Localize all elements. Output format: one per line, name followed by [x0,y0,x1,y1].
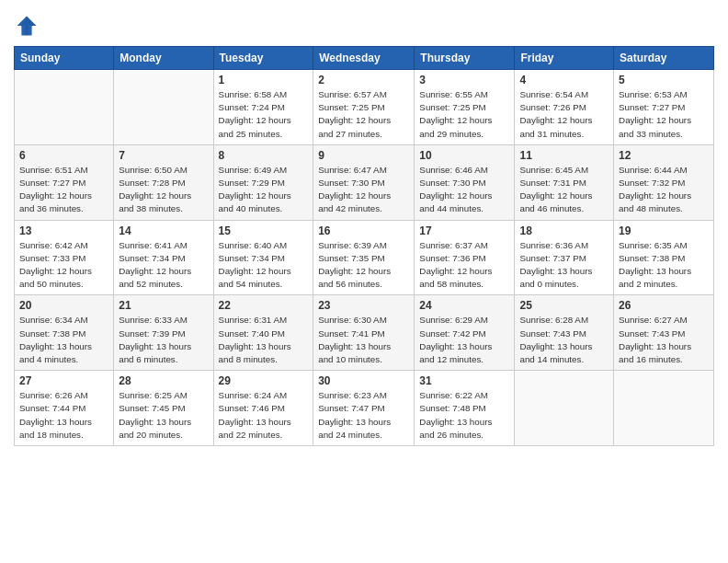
calendar-cell [114,70,213,145]
day-info: Sunrise: 6:51 AM Sunset: 7:27 PM Dayligh… [19,164,108,216]
day-number: 19 [619,224,709,237]
weekday-monday: Monday [114,47,213,70]
day-number: 31 [419,374,509,387]
day-info: Sunrise: 6:44 AM Sunset: 7:32 PM Dayligh… [619,164,709,216]
calendar-cell: 7Sunrise: 6:50 AM Sunset: 7:28 PM Daylig… [114,144,213,220]
day-number: 8 [219,149,309,162]
day-number: 3 [419,74,509,86]
calendar-body: 1Sunrise: 6:58 AM Sunset: 7:24 PM Daylig… [15,70,714,446]
weekday-header-row: SundayMondayTuesdayWednesdayThursdayFrid… [15,47,714,70]
calendar-cell: 22Sunrise: 6:31 AM Sunset: 7:40 PM Dayli… [213,295,313,371]
day-number: 9 [318,149,409,162]
day-number: 17 [419,224,509,237]
calendar-cell: 12Sunrise: 6:44 AM Sunset: 7:32 PM Dayli… [614,144,714,220]
day-number: 7 [119,149,208,162]
day-number: 12 [619,149,709,162]
day-info: Sunrise: 6:49 AM Sunset: 7:29 PM Dayligh… [219,164,309,216]
day-number: 25 [519,299,609,312]
calendar-cell [614,371,714,446]
day-number: 16 [318,224,409,237]
day-info: Sunrise: 6:47 AM Sunset: 7:30 PM Dayligh… [318,164,409,216]
logo [14,13,42,39]
calendar-cell: 9Sunrise: 6:47 AM Sunset: 7:30 PM Daylig… [313,144,415,220]
day-info: Sunrise: 6:53 AM Sunset: 7:27 PM Dayligh… [619,88,709,141]
day-number: 14 [119,224,208,237]
calendar-header: SundayMondayTuesdayWednesdayThursdayFrid… [15,47,714,70]
day-number: 29 [219,374,309,387]
day-info: Sunrise: 6:55 AM Sunset: 7:25 PM Dayligh… [419,88,509,141]
page: SundayMondayTuesdayWednesdayThursdayFrid… [0,0,728,563]
day-number: 5 [619,74,709,86]
calendar-week-4: 20Sunrise: 6:34 AM Sunset: 7:38 PM Dayli… [15,295,714,371]
weekday-wednesday: Wednesday [313,47,415,70]
calendar-week-2: 6Sunrise: 6:51 AM Sunset: 7:27 PM Daylig… [15,144,714,220]
day-info: Sunrise: 6:25 AM Sunset: 7:45 PM Dayligh… [119,389,208,442]
day-info: Sunrise: 6:40 AM Sunset: 7:34 PM Dayligh… [219,239,309,292]
day-number: 27 [19,374,108,387]
day-info: Sunrise: 6:26 AM Sunset: 7:44 PM Dayligh… [19,389,108,442]
weekday-friday: Friday [515,47,614,70]
calendar-cell: 5Sunrise: 6:53 AM Sunset: 7:27 PM Daylig… [614,70,714,145]
calendar-cell: 27Sunrise: 6:26 AM Sunset: 7:44 PM Dayli… [15,371,114,446]
day-number: 1 [219,74,309,86]
day-info: Sunrise: 6:37 AM Sunset: 7:36 PM Dayligh… [419,239,509,292]
calendar-cell: 19Sunrise: 6:35 AM Sunset: 7:38 PM Dayli… [614,220,714,295]
calendar-cell [515,371,614,446]
calendar-cell: 20Sunrise: 6:34 AM Sunset: 7:38 PM Dayli… [15,295,114,371]
calendar: SundayMondayTuesdayWednesdayThursdayFrid… [14,46,714,446]
day-info: Sunrise: 6:46 AM Sunset: 7:30 PM Dayligh… [419,164,509,216]
calendar-cell: 13Sunrise: 6:42 AM Sunset: 7:33 PM Dayli… [15,220,114,295]
calendar-cell: 17Sunrise: 6:37 AM Sunset: 7:36 PM Dayli… [415,220,515,295]
calendar-cell: 31Sunrise: 6:22 AM Sunset: 7:48 PM Dayli… [415,371,515,446]
calendar-cell: 4Sunrise: 6:54 AM Sunset: 7:26 PM Daylig… [515,70,614,145]
day-number: 24 [419,299,509,312]
day-number: 30 [318,374,409,387]
day-info: Sunrise: 6:54 AM Sunset: 7:26 PM Dayligh… [519,88,609,141]
day-info: Sunrise: 6:57 AM Sunset: 7:25 PM Dayligh… [318,88,409,141]
logo-icon [14,13,40,39]
weekday-sunday: Sunday [15,47,114,70]
day-info: Sunrise: 6:22 AM Sunset: 7:48 PM Dayligh… [419,389,509,442]
calendar-cell: 11Sunrise: 6:45 AM Sunset: 7:31 PM Dayli… [515,144,614,220]
day-info: Sunrise: 6:23 AM Sunset: 7:47 PM Dayligh… [318,389,409,442]
day-info: Sunrise: 6:29 AM Sunset: 7:42 PM Dayligh… [419,314,509,366]
calendar-week-1: 1Sunrise: 6:58 AM Sunset: 7:24 PM Daylig… [15,70,714,145]
day-number: 21 [119,299,208,312]
day-info: Sunrise: 6:28 AM Sunset: 7:43 PM Dayligh… [519,314,609,366]
day-number: 26 [619,299,709,312]
day-info: Sunrise: 6:45 AM Sunset: 7:31 PM Dayligh… [519,164,609,216]
day-info: Sunrise: 6:58 AM Sunset: 7:24 PM Dayligh… [219,88,309,141]
day-number: 20 [19,299,108,312]
calendar-week-3: 13Sunrise: 6:42 AM Sunset: 7:33 PM Dayli… [15,220,714,295]
day-info: Sunrise: 6:24 AM Sunset: 7:46 PM Dayligh… [219,389,309,442]
day-number: 11 [519,149,609,162]
day-number: 28 [119,374,208,387]
calendar-cell: 30Sunrise: 6:23 AM Sunset: 7:47 PM Dayli… [313,371,415,446]
calendar-cell: 3Sunrise: 6:55 AM Sunset: 7:25 PM Daylig… [415,70,515,145]
calendar-cell [15,70,114,145]
day-info: Sunrise: 6:33 AM Sunset: 7:39 PM Dayligh… [119,314,208,366]
calendar-cell: 21Sunrise: 6:33 AM Sunset: 7:39 PM Dayli… [114,295,213,371]
day-info: Sunrise: 6:36 AM Sunset: 7:37 PM Dayligh… [519,239,609,292]
calendar-cell: 1Sunrise: 6:58 AM Sunset: 7:24 PM Daylig… [213,70,313,145]
calendar-cell: 26Sunrise: 6:27 AM Sunset: 7:43 PM Dayli… [614,295,714,371]
day-info: Sunrise: 6:30 AM Sunset: 7:41 PM Dayligh… [318,314,409,366]
day-info: Sunrise: 6:39 AM Sunset: 7:35 PM Dayligh… [318,239,409,292]
calendar-cell: 25Sunrise: 6:28 AM Sunset: 7:43 PM Dayli… [515,295,614,371]
header [14,9,714,39]
calendar-cell: 23Sunrise: 6:30 AM Sunset: 7:41 PM Dayli… [313,295,415,371]
day-info: Sunrise: 6:41 AM Sunset: 7:34 PM Dayligh… [119,239,208,292]
day-info: Sunrise: 6:27 AM Sunset: 7:43 PM Dayligh… [619,314,709,366]
day-info: Sunrise: 6:35 AM Sunset: 7:38 PM Dayligh… [619,239,709,292]
day-number: 4 [519,74,609,86]
calendar-cell: 8Sunrise: 6:49 AM Sunset: 7:29 PM Daylig… [213,144,313,220]
day-info: Sunrise: 6:42 AM Sunset: 7:33 PM Dayligh… [19,239,108,292]
day-number: 23 [318,299,409,312]
weekday-thursday: Thursday [415,47,515,70]
weekday-tuesday: Tuesday [213,47,313,70]
day-number: 15 [219,224,309,237]
day-info: Sunrise: 6:31 AM Sunset: 7:40 PM Dayligh… [219,314,309,366]
calendar-cell: 15Sunrise: 6:40 AM Sunset: 7:34 PM Dayli… [213,220,313,295]
calendar-cell: 29Sunrise: 6:24 AM Sunset: 7:46 PM Dayli… [213,371,313,446]
calendar-cell: 16Sunrise: 6:39 AM Sunset: 7:35 PM Dayli… [313,220,415,295]
